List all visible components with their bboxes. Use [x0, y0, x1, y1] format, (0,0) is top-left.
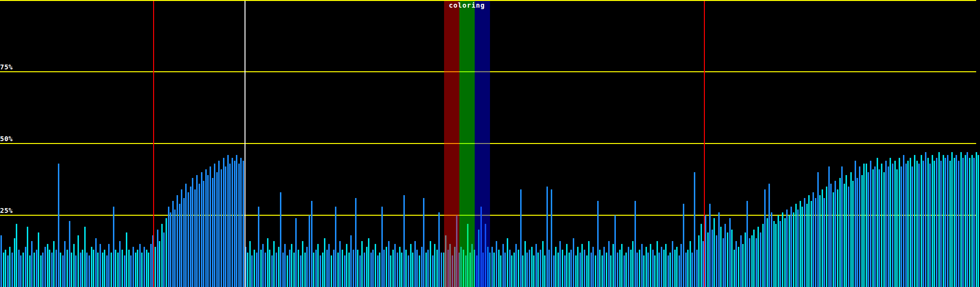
y-axis-label-25: 25% [0, 207, 13, 214]
bar [236, 155, 237, 287]
bar [727, 232, 728, 287]
bar [962, 158, 964, 287]
bar [29, 255, 31, 287]
bar [691, 253, 693, 287]
bar [683, 204, 684, 287]
bar [630, 250, 632, 287]
bar [0, 235, 2, 287]
bar [795, 204, 797, 287]
bar [18, 250, 20, 287]
bar [436, 250, 438, 287]
bar [185, 184, 187, 287]
bar [696, 250, 698, 287]
bar [392, 250, 394, 287]
bar [720, 227, 722, 287]
bar [705, 215, 706, 287]
bar [267, 238, 268, 287]
bar [394, 244, 396, 287]
bar [724, 224, 726, 287]
bar [870, 161, 871, 287]
bar [672, 241, 673, 287]
bar [848, 187, 849, 287]
bar [146, 250, 147, 287]
bar [625, 253, 627, 287]
bar [33, 253, 35, 287]
bar [410, 244, 412, 287]
bar [958, 161, 959, 287]
bar [199, 184, 200, 287]
bar [14, 238, 15, 287]
bar [53, 241, 55, 287]
bar [610, 255, 612, 287]
bar [383, 250, 385, 287]
bar [894, 161, 896, 287]
bar [75, 255, 77, 287]
bar [438, 212, 440, 287]
bar [40, 255, 42, 287]
bar [782, 212, 783, 287]
bar [976, 152, 977, 287]
bar [258, 207, 259, 287]
bar [852, 181, 854, 287]
bar [907, 161, 909, 287]
bar [531, 247, 533, 287]
bar [337, 253, 339, 287]
bar [346, 244, 347, 287]
bar [562, 250, 563, 287]
bar [590, 253, 592, 287]
bar [628, 247, 629, 287]
bar [223, 158, 224, 287]
bar [493, 253, 495, 287]
bar [548, 250, 550, 287]
bar [240, 158, 242, 287]
bar [813, 192, 814, 287]
bar [694, 172, 695, 287]
bar [144, 247, 145, 287]
bar [824, 198, 825, 287]
bar [313, 253, 314, 287]
bar [287, 255, 288, 287]
bar [106, 255, 108, 287]
bar [802, 207, 803, 287]
bar [533, 255, 535, 287]
bar [687, 250, 689, 287]
bar [723, 238, 724, 287]
bar [412, 253, 413, 287]
bar [38, 232, 39, 287]
bar [861, 175, 863, 287]
bar [701, 224, 702, 287]
bar [949, 161, 951, 287]
bar [390, 255, 391, 287]
bar [868, 172, 869, 287]
bar [511, 255, 512, 287]
bar [529, 250, 530, 287]
bar [119, 241, 121, 287]
bar [817, 172, 819, 287]
bar [207, 175, 209, 287]
bar [97, 253, 99, 287]
bar [284, 244, 286, 287]
bar [232, 158, 233, 287]
bar [709, 204, 711, 287]
bar [47, 244, 48, 287]
bar [789, 215, 790, 287]
bar [419, 255, 420, 287]
bar [524, 241, 526, 287]
bar [124, 255, 125, 287]
bar [348, 253, 350, 287]
bar [432, 255, 434, 287]
bar [375, 244, 376, 287]
bar [597, 201, 599, 287]
bar [923, 161, 924, 287]
bar [929, 164, 931, 287]
bar [194, 189, 196, 287]
bar [826, 187, 827, 287]
bar [515, 244, 517, 287]
bar [595, 255, 596, 287]
bar [905, 164, 907, 287]
bar [735, 241, 737, 287]
bar [298, 250, 299, 287]
bar [916, 161, 918, 287]
bar [544, 255, 546, 287]
bar [141, 253, 143, 287]
